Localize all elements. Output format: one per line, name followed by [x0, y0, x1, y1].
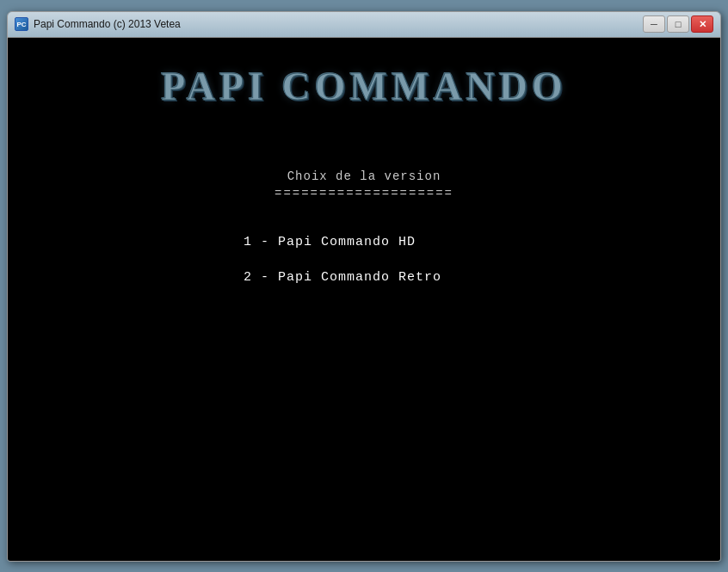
game-title-container: PAPI COMMANDO [161, 64, 567, 109]
version-heading: Choix de la version [287, 169, 441, 183]
window-controls: ─ □ ✕ [643, 15, 713, 33]
close-button[interactable]: ✕ [691, 15, 713, 33]
separator-line: ==================== [275, 187, 453, 200]
menu-section: Choix de la version ====================… [8, 169, 720, 285]
game-content: PAPI COMMANDO Choix de la version ======… [8, 38, 720, 561]
window-title: Papi Commando (c) 2013 Vetea [34, 18, 643, 30]
menu-item-hd[interactable]: 1 - Papi Commando HD [244, 235, 416, 249]
game-title: PAPI COMMANDO [161, 65, 567, 108]
menu-item-retro[interactable]: 2 - Papi Commando Retro [244, 270, 441, 285]
application-window: PC Papi Commando (c) 2013 Vetea ─ □ ✕ PA… [7, 11, 721, 562]
minimize-button[interactable]: ─ [643, 15, 665, 33]
title-bar: PC Papi Commando (c) 2013 Vetea ─ □ ✕ [8, 12, 720, 38]
menu-items-list: 1 - Papi Commando HD 2 - Papi Commando R… [192, 235, 536, 285]
maximize-button[interactable]: □ [667, 15, 689, 33]
window-icon: PC [15, 17, 28, 31]
